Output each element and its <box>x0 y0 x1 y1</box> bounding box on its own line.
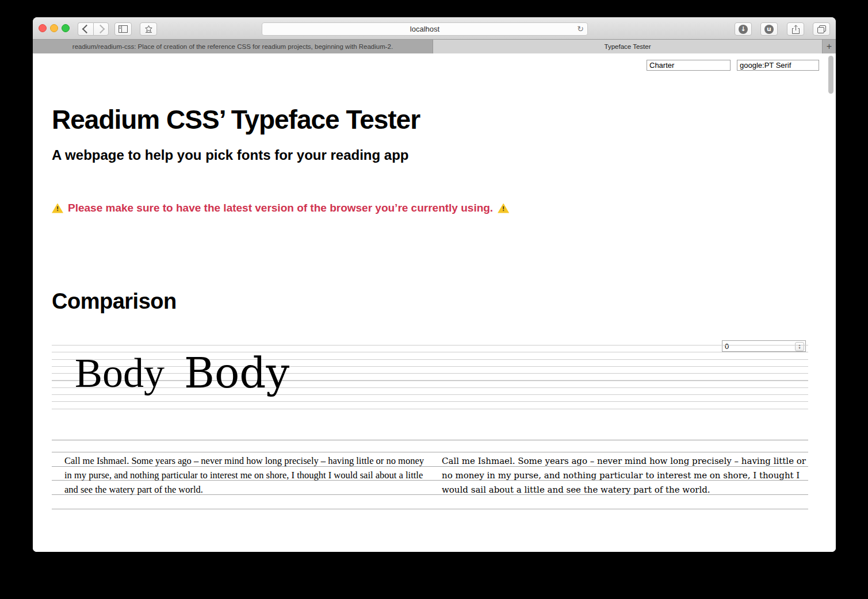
page-content: Readium CSS’ Typeface Tester A webpage t… <box>33 53 836 552</box>
url-text: localhost <box>410 25 439 33</box>
tab-label: Typeface Tester <box>605 43 651 50</box>
reload-icon[interactable]: ↻ <box>577 24 584 33</box>
comparison-heading: Comparison <box>52 289 177 314</box>
share-button[interactable] <box>787 22 804 36</box>
minimize-button[interactable] <box>50 24 58 32</box>
ublock-icon: u <box>764 25 774 34</box>
top-sites-star-icon <box>144 25 153 33</box>
address-bar[interactable]: localhost ↻ <box>262 22 588 36</box>
page-subtitle: A webpage to help you pick fonts for you… <box>52 147 409 163</box>
tab-overview-button[interactable] <box>813 22 830 36</box>
browser-warning: Please make sure to have the latest vers… <box>52 202 509 214</box>
tab-readium-css[interactable]: readium/readium-css: Place of creation o… <box>33 40 433 53</box>
warning-triangle-icon <box>498 203 509 213</box>
sample-paragraph-left: Call me Ishmael. Some years ago – never … <box>64 454 433 497</box>
top-sites-button[interactable] <box>140 22 157 36</box>
sidebar-icon <box>118 25 128 33</box>
tab-overview-icon <box>817 25 826 33</box>
forward-icon <box>95 25 105 34</box>
page-title: Readium CSS’ Typeface Tester <box>52 104 420 135</box>
font-specimen: Body Body <box>75 352 289 394</box>
nav-buttons <box>78 22 109 36</box>
sidebar-button[interactable] <box>114 22 132 36</box>
tab-label: readium/readium-css: Place of creation o… <box>72 43 393 50</box>
tab-typeface-tester[interactable]: Typeface Tester <box>433 40 822 53</box>
forward-button[interactable] <box>93 22 109 36</box>
tab-bar: readium/readium-css: Place of creation o… <box>33 39 836 53</box>
warning-triangle-icon <box>52 203 63 213</box>
scrollbar-thumb[interactable] <box>828 56 833 94</box>
browser-window: localhost ↻ ↓ u readium/readium-css: Pla… <box>33 17 836 552</box>
warning-text: Please make sure to have the latest vers… <box>68 202 493 214</box>
share-icon <box>792 25 800 34</box>
back-icon <box>82 25 91 34</box>
download-circle-icon: ↓ <box>739 25 748 34</box>
sample-paragraph-right: Call me Ishmael. Some years ago – never … <box>442 454 810 497</box>
plus-icon: + <box>827 41 832 52</box>
close-button[interactable] <box>39 24 47 32</box>
back-button[interactable] <box>78 22 93 36</box>
title-bar: localhost ↻ ↓ u <box>33 17 836 40</box>
font-input-left[interactable] <box>647 60 731 71</box>
new-tab-button[interactable]: + <box>822 40 836 53</box>
font-input-right[interactable] <box>737 60 819 71</box>
downloads-button[interactable]: ↓ <box>735 22 752 36</box>
extension-button[interactable]: u <box>760 22 778 36</box>
specimen-left: Body <box>75 352 165 394</box>
zoom-button[interactable] <box>62 24 70 32</box>
specimen-right: Body <box>184 352 289 394</box>
divider-line <box>52 440 808 440</box>
